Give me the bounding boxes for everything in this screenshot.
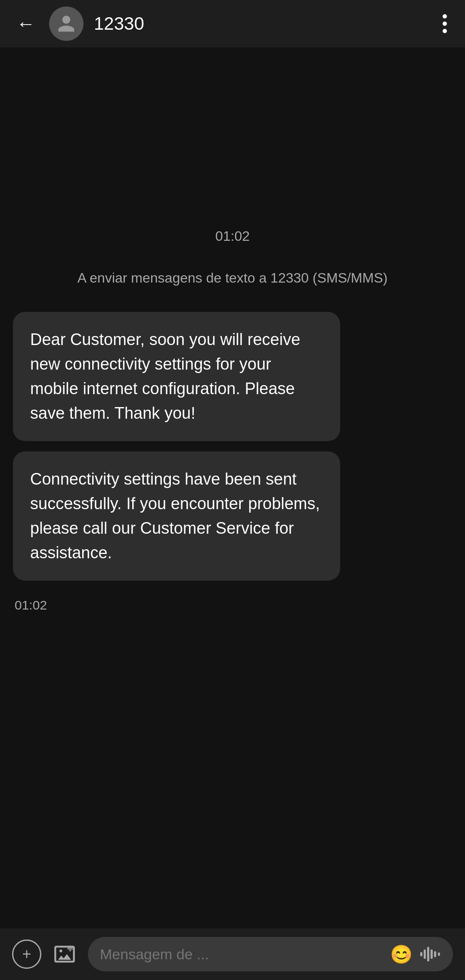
back-button[interactable]: ←: [13, 11, 39, 37]
svg-rect-6: [438, 952, 440, 956]
time-divider: 01:02: [13, 228, 452, 244]
svg-point-0: [59, 949, 62, 952]
image-attach-icon: [53, 943, 76, 965]
info-banner: A enviar mensagens de texto a 12330 (SMS…: [13, 261, 452, 295]
svg-rect-4: [431, 949, 433, 959]
add-button[interactable]: +: [12, 940, 41, 969]
svg-rect-3: [427, 947, 429, 961]
message-bubble: Dear Customer, soon you will receive new…: [13, 312, 340, 441]
messages-area: 01:02 A enviar mensagens de texto a 1233…: [0, 47, 465, 866]
header: ← 12330: [0, 0, 465, 47]
circle-plus-icon: +: [12, 940, 41, 969]
attach-icon: [50, 940, 79, 969]
attach-button[interactable]: [50, 940, 79, 969]
more-menu-button[interactable]: [437, 9, 452, 38]
svg-rect-1: [420, 952, 422, 956]
message-input[interactable]: [100, 946, 383, 963]
text-input-container: 😊: [88, 937, 453, 971]
message-text: Dear Customer, soon you will receive new…: [30, 330, 300, 422]
back-arrow-icon: ←: [16, 14, 35, 33]
contact-number: 12330: [94, 13, 427, 34]
avatar: [49, 6, 84, 41]
message-bubble: Connectivity settings have been sent suc…: [13, 451, 340, 581]
voice-button[interactable]: [419, 946, 441, 962]
emoji-button[interactable]: 😊: [390, 944, 412, 965]
waveform-icon: [419, 946, 441, 962]
input-bar: + 😊: [0, 928, 465, 980]
svg-rect-2: [424, 949, 426, 959]
svg-rect-5: [434, 951, 436, 957]
message-timestamp: 01:02: [15, 598, 452, 613]
three-dots-icon: [441, 12, 449, 35]
time-divider-text: 01:02: [215, 228, 250, 244]
info-banner-text: A enviar mensagens de texto a 12330 (SMS…: [78, 270, 388, 286]
person-icon: [56, 14, 76, 34]
message-text: Connectivity settings have been sent suc…: [30, 470, 320, 562]
